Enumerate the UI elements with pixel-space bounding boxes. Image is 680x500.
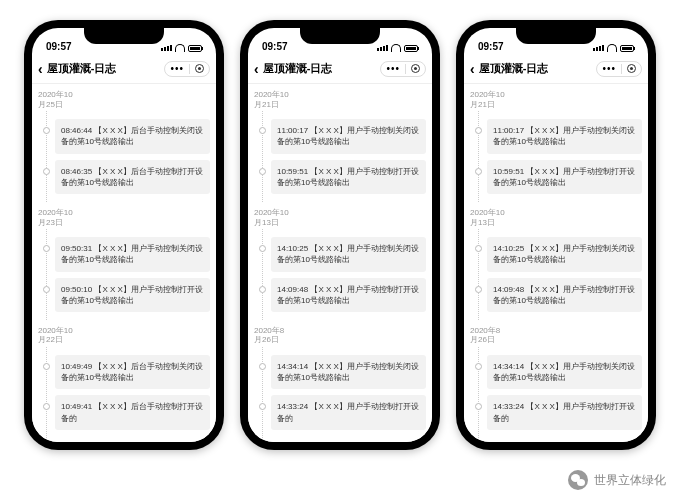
status-time: 09:57 <box>478 41 504 52</box>
log-entry[interactable]: 11:00:17 【X X X】用户手动控制关闭设备的第10号线路输出 <box>487 119 642 153</box>
entry-time: 10:59:51 <box>493 167 524 176</box>
nav-bar: ‹ 屋顶灌溉-日志 ••• <box>248 54 432 84</box>
log-entry[interactable]: 14:10:25 【X X X】用户手动控制关闭设备的第10号线路输出 <box>271 237 426 271</box>
screen: 09:57 ‹ 屋顶灌溉-日志 ••• <box>464 28 648 442</box>
entry-time: 11:00:17 <box>277 126 308 135</box>
status-time: 09:57 <box>46 41 72 52</box>
nav-title: 屋顶灌溉-日志 <box>47 61 117 76</box>
signal-icon <box>593 45 604 51</box>
date-header: 2020年10月22日 <box>32 320 216 347</box>
date-header: 2020年10月13日 <box>464 202 648 229</box>
log-entry[interactable]: 10:49:41 【X X X】后台手动控制打开设备的 <box>55 395 210 429</box>
battery-icon <box>620 45 634 52</box>
log-entry[interactable]: 14:33:24 【X X X】用户手动控制打开设备的 <box>487 395 642 429</box>
wechat-icon <box>568 470 588 490</box>
log-entry[interactable]: 14:09:48 【X X X】用户手动控制打开设备的第10号线路输出 <box>271 278 426 312</box>
wifi-icon <box>607 44 617 52</box>
entry-time: 14:33:24 <box>493 402 524 411</box>
nav-back[interactable]: ‹ 屋顶灌溉-日志 <box>254 61 332 76</box>
date-header: 2020年10月23日 <box>32 202 216 229</box>
entry-time: 09:50:10 <box>61 285 92 294</box>
entry-time: 14:09:48 <box>493 285 524 294</box>
nav-bar: ‹ 屋顶灌溉-日志 ••• <box>464 54 648 84</box>
date-header: 2020年8月26日 <box>248 320 432 347</box>
date-header: 2020年10月13日 <box>248 202 432 229</box>
phone-frame: 09:57 ‹ 屋顶灌溉-日志 ••• <box>456 20 656 450</box>
log-entry[interactable]: 08:46:44 【X X X】后台手动控制关闭设备的第10号线路输出 <box>55 119 210 153</box>
entry-time: 10:49:49 <box>61 362 92 371</box>
log-entry[interactable]: 10:49:49 【X X X】后台手动控制关闭设备的第10号线路输出 <box>55 355 210 389</box>
entry-time: 08:46:35 <box>61 167 92 176</box>
notch <box>516 28 596 44</box>
wifi-icon <box>391 44 401 52</box>
capsule-menu[interactable]: ••• <box>380 61 426 77</box>
entry-time: 14:33:24 <box>277 402 308 411</box>
date-header: 2020年10月21日 <box>464 84 648 111</box>
log-entry[interactable]: 10:59:51 【X X X】用户手动控制打开设备的第10号线路输出 <box>487 160 642 194</box>
timeline: 14:10:25 【X X X】用户手动控制关闭设备的第10号线路输出14:09… <box>262 229 432 320</box>
close-icon <box>627 64 636 73</box>
capsule-menu[interactable]: ••• <box>596 61 642 77</box>
entry-time: 14:34:14 <box>493 362 524 371</box>
log-entry[interactable]: 10:59:51 【X X X】用户手动控制打开设备的第10号线路输出 <box>271 160 426 194</box>
log-entry[interactable]: 09:50:31 【X X X】用户手动控制关闭设备的第10号线路输出 <box>55 237 210 271</box>
log-entry[interactable]: 14:33:24 【X X X】用户手动控制打开设备的 <box>271 395 426 429</box>
entry-time: 14:10:25 <box>277 244 308 253</box>
signal-icon <box>161 45 172 51</box>
close-icon <box>195 64 204 73</box>
battery-icon <box>404 45 418 52</box>
status-time: 09:57 <box>262 41 288 52</box>
nav-title: 屋顶灌溉-日志 <box>263 61 333 76</box>
entry-time: 08:46:44 <box>61 126 92 135</box>
screen: 09:57 ‹ 屋顶灌溉-日志 ••• <box>248 28 432 442</box>
entry-time: 14:10:25 <box>493 244 524 253</box>
log-entry[interactable]: 11:00:17 【X X X】用户手动控制关闭设备的第10号线路输出 <box>271 119 426 153</box>
more-icon: ••• <box>597 63 621 74</box>
entry-time: 10:49:41 <box>61 402 92 411</box>
log-entry[interactable]: 14:09:48 【X X X】用户手动控制打开设备的第10号线路输出 <box>487 278 642 312</box>
log-entry[interactable]: 08:46:35 【X X X】后台手动控制打开设备的第10号线路输出 <box>55 160 210 194</box>
nav-back[interactable]: ‹ 屋顶灌溉-日志 <box>470 61 548 76</box>
status-icons <box>377 44 418 52</box>
more-icon: ••• <box>165 63 189 74</box>
chevron-left-icon: ‹ <box>470 62 475 76</box>
date-header: 2020年8月26日 <box>464 320 648 347</box>
log-entry[interactable]: 09:50:10 【X X X】用户手动控制打开设备的第10号线路输出 <box>55 278 210 312</box>
entry-time: 14:34:14 <box>277 362 308 371</box>
entry-time: 09:50:31 <box>61 244 92 253</box>
timeline: 08:46:44 【X X X】后台手动控制关闭设备的第10号线路输出08:46… <box>46 111 216 202</box>
notch <box>84 28 164 44</box>
nav-back[interactable]: ‹ 屋顶灌溉-日志 <box>38 61 116 76</box>
log-entry[interactable]: 14:34:14 【X X X】用户手动控制关闭设备的第10号线路输出 <box>487 355 642 389</box>
entry-time: 11:00:17 <box>493 126 524 135</box>
signal-icon <box>377 45 388 51</box>
log-content[interactable]: 2020年10月25日08:46:44 【X X X】后台手动控制关闭设备的第1… <box>32 84 216 442</box>
capsule-menu[interactable]: ••• <box>164 61 210 77</box>
nav-bar: ‹ 屋顶灌溉-日志 ••• <box>32 54 216 84</box>
battery-icon <box>188 45 202 52</box>
log-entry[interactable]: 14:34:14 【X X X】用户手动控制关闭设备的第10号线路输出 <box>271 355 426 389</box>
chevron-left-icon: ‹ <box>254 62 259 76</box>
timeline: 14:34:14 【X X X】用户手动控制关闭设备的第10号线路输出14:33… <box>262 347 432 438</box>
phone-frame: 09:57 ‹ 屋顶灌溉-日志 ••• <box>24 20 224 450</box>
timeline: 10:49:49 【X X X】后台手动控制关闭设备的第10号线路输出10:49… <box>46 347 216 438</box>
timeline: 11:00:17 【X X X】用户手动控制关闭设备的第10号线路输出10:59… <box>478 111 648 202</box>
phone-row: 09:57 ‹ 屋顶灌溉-日志 ••• <box>0 0 680 470</box>
wifi-icon <box>175 44 185 52</box>
screen: 09:57 ‹ 屋顶灌溉-日志 ••• <box>32 28 216 442</box>
phone-frame: 09:57 ‹ 屋顶灌溉-日志 ••• <box>240 20 440 450</box>
status-icons <box>161 44 202 52</box>
notch <box>300 28 380 44</box>
log-content[interactable]: 2020年10月21日11:00:17 【X X X】用户手动控制关闭设备的第1… <box>248 84 432 442</box>
timeline: 14:34:14 【X X X】用户手动控制关闭设备的第10号线路输出14:33… <box>478 347 648 438</box>
log-entry[interactable]: 14:10:25 【X X X】用户手动控制关闭设备的第10号线路输出 <box>487 237 642 271</box>
status-icons <box>593 44 634 52</box>
timeline: 14:10:25 【X X X】用户手动控制关闭设备的第10号线路输出14:09… <box>478 229 648 320</box>
timeline: 09:50:31 【X X X】用户手动控制关闭设备的第10号线路输出09:50… <box>46 229 216 320</box>
nav-title: 屋顶灌溉-日志 <box>479 61 549 76</box>
log-content[interactable]: 2020年10月21日11:00:17 【X X X】用户手动控制关闭设备的第1… <box>464 84 648 442</box>
entry-time: 14:09:48 <box>277 285 308 294</box>
entry-time: 10:59:51 <box>277 167 308 176</box>
close-icon <box>411 64 420 73</box>
date-header: 2020年10月25日 <box>32 84 216 111</box>
